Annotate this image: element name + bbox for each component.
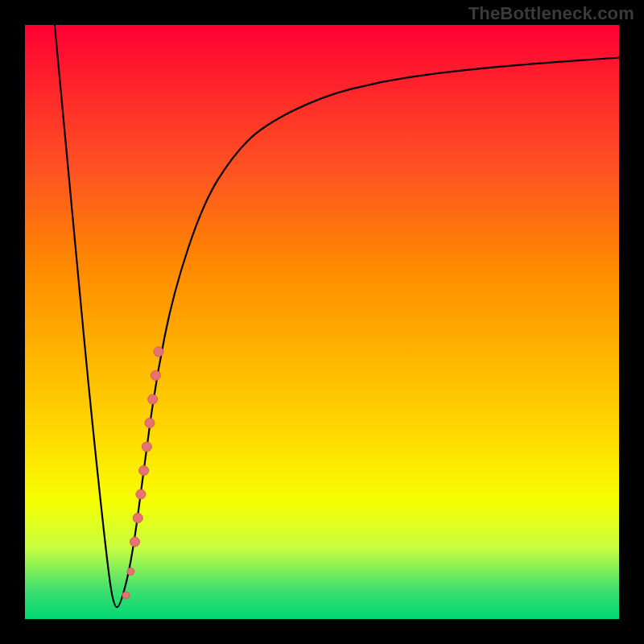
highlight-dot — [154, 347, 163, 357]
highlight-dot — [145, 418, 155, 427]
plot-area — [25, 25, 619, 619]
highlight-dot — [130, 537, 140, 547]
highlight-dot — [148, 394, 158, 404]
highlight-dot — [133, 514, 142, 523]
highlight-dots — [122, 347, 163, 599]
highlight-dot — [136, 489, 146, 499]
watermark-text: TheBottleneck.com — [469, 3, 634, 24]
highlight-dot — [151, 370, 160, 380]
highlight-dot — [127, 568, 134, 575]
curve-svg — [25, 25, 619, 619]
highlight-dot — [122, 592, 130, 599]
highlight-dot — [142, 442, 151, 452]
highlight-dot — [139, 466, 149, 476]
chart-frame: TheBottleneck.com — [0, 0, 644, 644]
